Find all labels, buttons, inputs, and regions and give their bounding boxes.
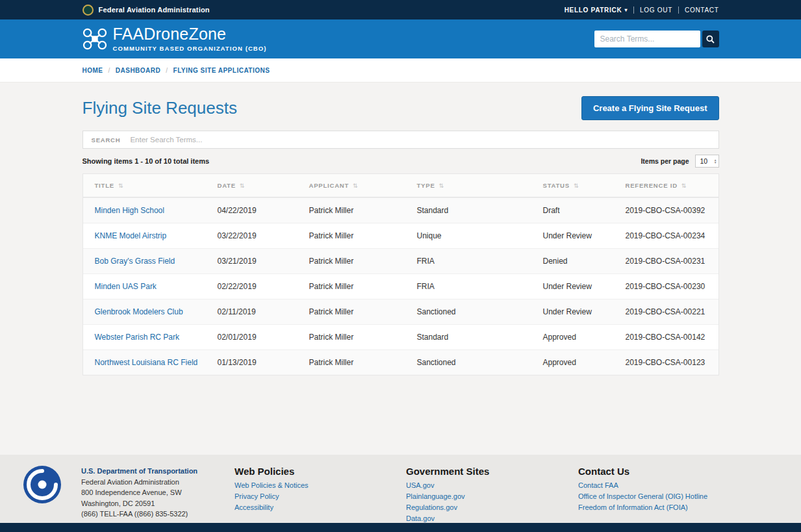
row-reference-id: 2019-CBO-CSA-00221 (626, 307, 718, 316)
footer-government-sites: Government Sites USA.gov Plainlanguage.g… (406, 466, 578, 523)
row-title-link[interactable]: Glenbrook Modelers Club (95, 307, 183, 316)
footer-government-sites-heading: Government Sites (406, 466, 578, 477)
row-type: Standard (417, 206, 543, 215)
footer-web-policies-heading: Web Policies (235, 466, 406, 477)
footer-link-privacy-policy[interactable]: Privacy Policy (235, 491, 406, 502)
row-date: 03/22/2019 (218, 231, 309, 240)
table-search-panel: SEARCH (83, 131, 719, 149)
search-icon (706, 35, 715, 44)
row-status: Under Review (543, 282, 626, 291)
topbar-user-links: HELLO PATRICK ▾ LOG OUT CONTACT (565, 6, 719, 14)
row-type: FRIA (417, 257, 543, 266)
row-status: Approved (543, 333, 626, 342)
breadcrumb-home[interactable]: HOME (83, 67, 103, 74)
row-type: Sanctioned (417, 358, 543, 367)
row-status: Approved (543, 358, 626, 367)
footer-contact-us: Contact Us Contact FAA Office of Inspect… (578, 466, 750, 523)
divider (678, 6, 679, 14)
bottom-strip (0, 523, 801, 532)
row-date: 02/11/2019 (218, 307, 309, 316)
row-title-link[interactable]: Webster Parish RC Park (95, 333, 179, 342)
header-date[interactable]: DATE⇅ (218, 182, 309, 189)
faa-seal-icon (83, 5, 94, 16)
table-row: Webster Parish RC Park 02/01/2019 Patric… (83, 324, 718, 349)
header-applicant[interactable]: APPLICANT⇅ (309, 182, 417, 189)
sort-icon: ⇅ (439, 183, 444, 189)
items-per-page-select[interactable]: 10 ▴ ▾ (695, 155, 719, 168)
row-title-link[interactable]: Bob Gray's Grass Field (95, 257, 175, 266)
sort-icon: ⇅ (240, 183, 245, 189)
footer-link-web-policies-notices[interactable]: Web Policies & Notices (235, 480, 406, 491)
breadcrumb: HOME / DASHBOARD / FLYING SITE APPLICATI… (83, 58, 719, 82)
footer-link-oig-hotline[interactable]: Office of Inspector General (OIG) Hotlin… (578, 491, 750, 502)
items-per-page: Items per page 10 ▴ ▾ (641, 155, 718, 168)
dot-logo (23, 466, 61, 503)
user-menu[interactable]: HELLO PATRICK ▾ (565, 6, 628, 14)
row-applicant: Patrick Miller (309, 282, 417, 291)
row-title-link[interactable]: Northwest Louisiana RC Field (95, 358, 198, 367)
footer-link-regulations-gov[interactable]: Regulations.gov (406, 502, 578, 513)
table-row: Minden UAS Park 02/22/2019 Patrick Mille… (83, 273, 718, 299)
breadcrumb-flying-site-applications[interactable]: FLYING SITE APPLICATIONS (173, 67, 270, 74)
logo-title: FAADroneZone (113, 26, 267, 42)
page-title: Flying Site Requests (83, 98, 237, 118)
header-title[interactable]: TITLE⇅ (83, 182, 218, 189)
footer-phone: (866) TELL-FAA ((866) 835-5322) (81, 509, 235, 520)
table-row: Bob Gray's Grass Field 03/21/2019 Patric… (83, 248, 718, 273)
sort-icon: ⇅ (353, 183, 358, 189)
table-row: Glenbrook Modelers Club 02/11/2019 Patri… (83, 299, 718, 324)
header-status[interactable]: STATUS⇅ (543, 182, 626, 189)
topbar: Federal Aviation Administration HELLO PA… (0, 0, 801, 19)
row-date: 02/22/2019 (218, 282, 309, 291)
header-type[interactable]: TYPE⇅ (417, 182, 543, 189)
row-reference-id: 2019-CBO-CSA-00230 (626, 282, 718, 291)
user-greeting: HELLO PATRICK (565, 6, 622, 14)
row-type: FRIA (417, 282, 543, 291)
sort-icon: ⇅ (574, 183, 579, 189)
contact-link[interactable]: CONTACT (685, 6, 719, 14)
row-title-link[interactable]: KNME Model Airstrip (95, 231, 167, 240)
site-header: FAADroneZone COMMUNITY BASED ORGANIZATIO… (0, 19, 801, 58)
footer-contact-us-heading: Contact Us (578, 466, 750, 477)
breadcrumb-dashboard[interactable]: DASHBOARD (116, 67, 161, 74)
footer-link-contact-faa[interactable]: Contact FAA (578, 480, 750, 491)
table-search-input[interactable] (130, 136, 709, 144)
table-row: Minden High School 04/22/2019 Patrick Mi… (83, 197, 718, 223)
drone-icon (83, 28, 107, 50)
row-title-link[interactable]: Minden UAS Park (95, 282, 157, 291)
footer-agency: Federal Aviation Administration (81, 477, 235, 488)
header-reference-id[interactable]: REFERENCE ID⇅ (626, 182, 718, 189)
footer-address: U.S. Department of Transportation Federa… (81, 466, 235, 523)
footer-link-accessibility[interactable]: Accessibility (235, 502, 406, 513)
row-type: Standard (417, 333, 543, 342)
row-date: 03/21/2019 (218, 257, 309, 266)
agency-brand: Federal Aviation Administration (83, 5, 210, 16)
logout-link[interactable]: LOG OUT (640, 6, 672, 14)
header-search-input[interactable] (594, 31, 700, 47)
sort-icon: ⇅ (681, 183, 687, 189)
sort-icon: ⇅ (118, 183, 123, 189)
footer-web-policies: Web Policies Web Policies & Notices Priv… (235, 466, 406, 523)
row-status: Under Review (543, 231, 626, 240)
header-search-button[interactable] (702, 31, 719, 47)
row-applicant: Patrick Miller (309, 231, 417, 240)
chevron-down-icon: ▾ (624, 7, 628, 13)
row-reference-id: 2019-CBO-CSA-00392 (626, 206, 718, 215)
breadcrumb-bar: HOME / DASHBOARD / FLYING SITE APPLICATI… (0, 58, 801, 82)
row-status: Under Review (543, 307, 626, 316)
footer-link-usa-gov[interactable]: USA.gov (406, 480, 578, 491)
showing-items-text: Showing items 1 - 10 of 10 total items (83, 157, 210, 165)
dronezone-logo[interactable]: FAADroneZone COMMUNITY BASED ORGANIZATIO… (83, 26, 267, 52)
footer-dept: U.S. Department of Transportation (81, 466, 235, 477)
row-reference-id: 2019-CBO-CSA-00231 (626, 257, 718, 266)
footer-link-foia[interactable]: Freedom of Information Act (FOIA) (578, 502, 750, 513)
table-row: KNME Model Airstrip 03/22/2019 Patrick M… (83, 223, 718, 248)
footer-link-plainlanguage-gov[interactable]: Plainlanguage.gov (406, 491, 578, 502)
row-title-link[interactable]: Minden High School (95, 206, 164, 215)
create-flying-site-request-button[interactable]: Create a Flying Site Request (581, 96, 719, 120)
main-content: Flying Site Requests Create a Flying Sit… (0, 82, 801, 455)
row-applicant: Patrick Miller (309, 307, 417, 316)
row-status: Denied (543, 257, 626, 266)
row-date: 04/22/2019 (218, 206, 309, 215)
breadcrumb-separator-icon: / (108, 67, 110, 74)
